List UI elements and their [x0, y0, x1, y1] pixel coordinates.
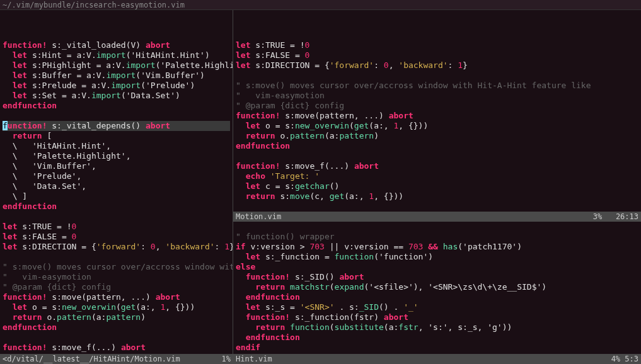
cursor-line: function! s:_vital_depends() abort	[3, 121, 230, 131]
status-file: Motion.vim	[236, 212, 281, 222]
right-bottom-status: Hint.vim 4% 5:3	[233, 354, 641, 364]
left-pane[interactable]: function! s:_vital_loaded(V) abort let s…	[0, 10, 233, 354]
right-top-status: Motion.vim 3% 26:13	[233, 212, 641, 222]
cursor: f	[3, 121, 8, 130]
bottom-status-row: <d/vital/__latest__/HitAHint/Motion.vim …	[0, 354, 641, 364]
right-pane[interactable]: let s:TRUE = !0 let s:FALSE = 0 let s:DI…	[233, 10, 641, 354]
right-top-code[interactable]: let s:TRUE = !0 let s:FALSE = 0 let s:DI…	[233, 30, 641, 212]
right-bottom-code[interactable]: " function() wrapper if v:version > 703 …	[233, 222, 641, 354]
left-code[interactable]: function! s:_vital_loaded(V) abort let s…	[0, 30, 233, 354]
left-status: <d/vital/__latest__/HitAHint/Motion.vim …	[0, 354, 233, 364]
tab-bar: ~/.vim/mybundle/incsearch-easymotion.vim	[0, 0, 641, 10]
editor-container: function! s:_vital_loaded(V) abort let s…	[0, 10, 641, 354]
